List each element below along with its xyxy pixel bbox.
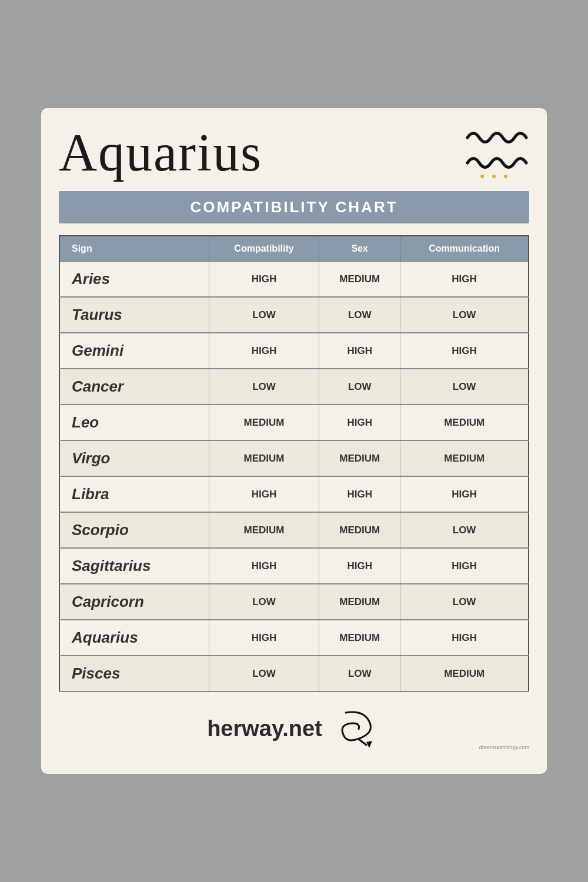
sign-cell: Pisces [59,656,209,691]
communication-cell: MEDIUM [400,656,529,691]
table-row: LeoMEDIUMHIGHMEDIUM [59,405,529,440]
communication-cell: LOW [400,584,529,620]
communication-cell: LOW [400,297,529,333]
table-row: VirgoMEDIUMMEDIUMMEDIUM [59,440,529,476]
compatibility-cell: HIGH [209,548,319,584]
sex-cell: MEDIUM [319,440,400,476]
page-title: Aquarius [59,126,262,179]
sign-cell: Gemini [59,333,209,369]
sex-cell: HIGH [319,548,400,584]
sex-cell: HIGH [319,333,400,369]
col-header-sex: Sex [319,236,400,262]
sex-cell: HIGH [319,476,400,512]
table-row: ScorpioMEDIUMMEDIUMLOW [59,512,529,548]
communication-cell: HIGH [400,333,529,369]
sign-cell: Virgo [59,440,209,476]
communication-cell: LOW [400,369,529,405]
compatibility-cell: LOW [209,297,319,333]
sign-cell: Aries [59,262,209,298]
sign-cell: Libra [59,476,209,512]
svg-marker-4 [366,741,372,748]
compatibility-cell: HIGH [209,476,319,512]
col-header-compatibility: Compatibility [209,236,319,262]
compatibility-table: Sign Compatibility Sex Communication Ari… [59,235,529,692]
table-row: TaurusLOWLOWLOW [59,297,529,333]
sex-cell: HIGH [319,405,400,440]
svg-line-3 [359,739,366,745]
communication-cell: LOW [400,512,529,548]
compatibility-cell: MEDIUM [209,440,319,476]
compatibility-cell: HIGH [209,620,319,656]
svg-point-0 [480,175,484,178]
communication-cell: MEDIUM [400,440,529,476]
compatibility-cell: HIGH [209,333,319,369]
sign-cell: Taurus [59,297,209,333]
sex-cell: MEDIUM [319,262,400,298]
watermark-text: dreamsastrology.com [479,744,529,750]
communication-cell: MEDIUM [400,405,529,440]
sign-cell: Sagittarius [59,548,209,584]
sex-cell: MEDIUM [319,584,400,620]
footer-domain: herway.net [207,716,322,741]
table-row: CapricornLOWMEDIUMLOW [59,584,529,620]
compatibility-cell: MEDIUM [209,512,319,548]
communication-cell: HIGH [400,548,529,584]
chart-banner: COMPATIBILITY CHART [59,191,529,223]
sex-cell: LOW [319,369,400,405]
table-row: PiscesLOWLOWMEDIUM [59,656,529,691]
communication-cell: HIGH [400,620,529,656]
sign-cell: Scorpio [59,512,209,548]
header: Aquarius [59,126,529,185]
aquarius-symbol-icon [465,126,529,179]
sex-cell: MEDIUM [319,620,400,656]
footer: herway.net dreamsastrology.com [59,707,529,750]
swirl-icon [334,707,381,750]
table-row: GeminiHIGHHIGHHIGH [59,333,529,369]
table-row: LibraHIGHHIGHHIGH [59,476,529,512]
communication-cell: HIGH [400,262,529,298]
compatibility-cell: LOW [209,656,319,691]
compatibility-cell: MEDIUM [209,405,319,440]
sex-cell: LOW [319,297,400,333]
col-header-communication: Communication [400,236,529,262]
col-header-sign: Sign [59,236,209,262]
svg-point-1 [492,175,496,178]
sign-cell: Cancer [59,369,209,405]
sex-cell: MEDIUM [319,512,400,548]
table-row: AriesHIGHMEDIUMHIGH [59,262,529,298]
table-row: SagittariusHIGHHIGHHIGH [59,548,529,584]
sex-cell: LOW [319,656,400,691]
compatibility-cell: HIGH [209,262,319,298]
main-card: Aquarius COMPATIBILITY CHART Sign Compat… [41,108,547,774]
communication-cell: HIGH [400,476,529,512]
table-row: CancerLOWLOWLOW [59,369,529,405]
sign-cell: Leo [59,405,209,440]
sign-cell: Capricorn [59,584,209,620]
compatibility-cell: LOW [209,584,319,620]
svg-point-2 [504,175,507,178]
sign-cell: Aquarius [59,620,209,656]
compatibility-cell: LOW [209,369,319,405]
table-row: AquariusHIGHMEDIUMHIGH [59,620,529,656]
